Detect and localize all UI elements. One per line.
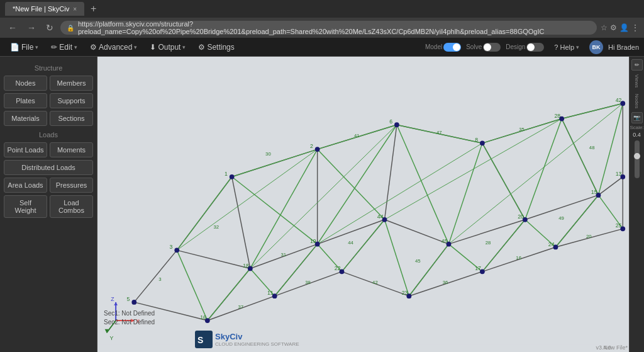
profile-icon[interactable]: 👤: [619, 23, 629, 32]
solve-knob: [484, 43, 491, 51]
sections-button[interactable]: Sections: [50, 111, 93, 126]
plates-button[interactable]: Plates: [4, 93, 47, 108]
user-avatar[interactable]: BK: [589, 40, 603, 54]
svg-text:48: 48: [589, 145, 595, 150]
reload-button[interactable]: ↻: [43, 21, 57, 34]
camera-button[interactable]: 📷: [631, 112, 643, 123]
advanced-label: Advanced: [99, 43, 132, 52]
svg-text:49: 49: [558, 215, 564, 221]
area-loads-button[interactable]: Area Loads: [4, 178, 47, 193]
file-menu[interactable]: 📄 File ▾: [5, 42, 43, 53]
scale-label: Scale:: [630, 125, 643, 130]
edit-menu[interactable]: ✏ Edit ▾: [46, 42, 82, 53]
svg-text:13: 13: [616, 171, 622, 177]
help-menu[interactable]: ? Help ▾: [549, 42, 584, 52]
toolbar-right: Model Solve Design ? Help ▾: [425, 40, 639, 54]
structure-svg: 5 16 11 22 23 17 24 25 3 18 19 44 45 20 …: [97, 57, 629, 352]
extensions-icon[interactable]: ⚙: [610, 23, 617, 32]
svg-point-86: [315, 147, 320, 152]
solve-toggle: Solve: [466, 43, 501, 52]
svg-text:5: 5: [127, 296, 130, 302]
edit-caret: ▾: [74, 44, 77, 50]
model-toggle-btn[interactable]: [443, 43, 461, 52]
nodes-members-row: Nodes Members: [4, 76, 93, 91]
design-toggle-btn[interactable]: [526, 43, 544, 52]
svg-text:32: 32: [214, 224, 219, 230]
point-loads-button[interactable]: Point Loads: [4, 142, 47, 157]
skyciv-logo: S SkyCiv CLOUD ENGINEERING SOFTWARE: [195, 331, 299, 348]
solve-label: Solve: [466, 43, 482, 50]
logo-text: SkyCiv CLOUD ENGINEERING SOFTWARE: [215, 332, 299, 347]
self-weight-button[interactable]: SelfWeight: [4, 195, 47, 218]
logo-icon: S: [195, 331, 213, 348]
moments-button[interactable]: Moments: [50, 142, 93, 157]
canvas-info: Sec1: Not Defined Sec2: Not Defined: [104, 309, 155, 327]
scale-knob: [634, 153, 640, 159]
sec1-text: Sec1: Not Defined: [104, 309, 155, 318]
svg-point-85: [230, 174, 235, 179]
sidebar: Structure Nodes Members Plates Supports …: [0, 57, 97, 352]
advanced-menu[interactable]: ⚙ Advanced ▾: [85, 42, 142, 53]
model-label: Model: [425, 43, 442, 50]
svg-text:20: 20: [518, 213, 524, 220]
output-menu[interactable]: ⬇ Output ▾: [145, 42, 191, 53]
svg-text:6: 6: [389, 118, 392, 125]
svg-text:20: 20: [586, 234, 592, 239]
area-loads-pressures-row: Area Loads Pressures: [4, 178, 93, 193]
tab-close-button[interactable]: ×: [73, 6, 77, 13]
svg-point-77: [174, 247, 179, 253]
plates-supports-row: Plates Supports: [4, 93, 93, 108]
structure-section-label: Structure: [4, 64, 93, 72]
pencil-button[interactable]: ✏: [631, 59, 643, 71]
address-bar[interactable]: 🔒 https://platform.skyciv.com/structural…: [60, 21, 597, 35]
svg-text:25: 25: [616, 222, 622, 229]
output-label: Output: [158, 43, 180, 52]
help-icon: ?: [554, 43, 558, 51]
help-caret: ▾: [576, 44, 579, 50]
model-toggle: Model: [425, 43, 461, 52]
distributed-loads-button[interactable]: Distributed Loads: [4, 160, 93, 175]
settings-label: Settings: [207, 43, 234, 52]
browser-chrome: *New File | SkyCiv × + ← → ↻ 🔒 https://p…: [0, 0, 644, 38]
views-label: Views: [634, 74, 640, 88]
svg-text:38: 38: [305, 280, 311, 285]
pencil-icon: ✏: [635, 62, 640, 68]
svg-text:17: 17: [475, 265, 481, 271]
svg-text:11: 11: [267, 290, 274, 296]
load-combos-button[interactable]: LoadCombos: [50, 195, 93, 218]
svg-text:23: 23: [402, 290, 408, 296]
svg-text:42: 42: [372, 280, 378, 285]
svg-text:44: 44: [377, 213, 384, 220]
file-caret: ▾: [35, 44, 38, 50]
bookmark-icon[interactable]: ☆: [601, 23, 608, 32]
svg-text:8: 8: [475, 137, 478, 143]
svg-text:30: 30: [265, 151, 271, 157]
nodes-button[interactable]: Nodes: [4, 76, 47, 91]
main-content: Structure Nodes Members Plates Supports …: [0, 57, 644, 352]
svg-text:45: 45: [441, 238, 448, 244]
output-icon: ⬇: [150, 43, 156, 52]
back-button[interactable]: ←: [5, 21, 20, 34]
model-knob: [453, 43, 460, 51]
solve-toggle-btn[interactable]: [483, 43, 501, 52]
svg-text:S: S: [197, 335, 203, 345]
svg-text:28: 28: [486, 240, 491, 246]
members-button[interactable]: Members: [50, 76, 93, 91]
scale-slider[interactable]: [635, 140, 640, 178]
file-icon: 📄: [10, 43, 19, 52]
supports-button[interactable]: Supports: [50, 93, 93, 108]
materials-button[interactable]: Materials: [4, 111, 47, 126]
menu-icon[interactable]: ⋮: [631, 23, 639, 32]
forward-button[interactable]: →: [24, 21, 39, 34]
canvas-area[interactable]: 5 16 11 22 23 17 24 25 3 18 19 44 45 20 …: [97, 57, 629, 352]
settings-menu[interactable]: ⚙ Settings: [193, 42, 239, 53]
edit-label: Edit: [59, 43, 72, 52]
point-loads-moments-row: Point Loads Moments: [4, 142, 93, 157]
pressures-button[interactable]: Pressures: [50, 178, 93, 193]
active-tab[interactable]: *New File | SkyCiv ×: [5, 2, 84, 16]
new-tab-button[interactable]: +: [87, 3, 100, 14]
app-container: 📄 File ▾ ✏ Edit ▾ ⚙ Advanced ▾ ⬇ Output …: [0, 38, 644, 352]
url-text: https://platform.skyciv.com/structural?p…: [78, 20, 591, 35]
svg-text:3: 3: [158, 276, 161, 282]
svg-text:47: 47: [436, 130, 442, 135]
